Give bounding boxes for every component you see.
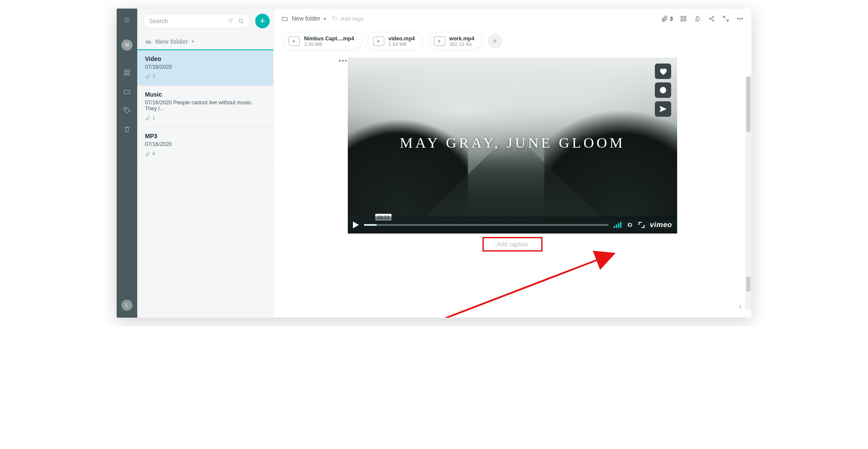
workspace-avatar[interactable]: N — [121, 39, 133, 51]
note-item-music[interactable]: Music 07/16/2020 People cannot live with… — [137, 86, 273, 127]
bell-icon[interactable] — [694, 15, 701, 22]
svg-rect-8 — [684, 16, 686, 18]
user-avatar[interactable]: L — [121, 300, 133, 311]
expand-icon[interactable] — [722, 15, 729, 22]
svg-point-4 — [125, 109, 126, 109]
svg-point-6 — [334, 17, 335, 18]
video-title-overlay: MAY GRAY, JUNE GLOOM — [348, 135, 677, 151]
attachment-chip[interactable]: video.mp41.04 MB — [368, 32, 423, 51]
more-icon[interactable] — [736, 15, 744, 22]
volume-control[interactable] — [614, 222, 621, 228]
svg-point-15 — [739, 18, 740, 19]
svg-point-13 — [712, 20, 714, 21]
attachment-chips: Nimbus Capt....mp43.26 MB video.mp41.04 … — [274, 28, 751, 55]
svg-point-11 — [709, 18, 711, 19]
svg-rect-1 — [128, 70, 130, 72]
topbar-actions: 3 — [661, 15, 744, 22]
paperclip-icon — [145, 115, 151, 121]
new-note-button[interactable]: + — [255, 14, 270, 28]
video-player[interactable]: MAY GRAY, JUNE GLOOM 03:13 vimeo — [348, 58, 677, 234]
svg-rect-10 — [684, 19, 686, 21]
folder-icon — [281, 15, 288, 22]
attachment-chip[interactable]: Nimbus Capt....mp43.26 MB — [283, 32, 362, 51]
scrollbar[interactable] — [745, 76, 751, 310]
folder-open-icon — [145, 38, 152, 45]
note-attachments: 4 — [145, 151, 265, 157]
video-file-icon — [373, 36, 384, 46]
add-caption-input[interactable]: Add caption — [482, 237, 542, 252]
svg-point-5 — [239, 19, 242, 22]
note-title: Video — [145, 55, 265, 62]
svg-line-18 — [411, 254, 612, 318]
search-input[interactable] — [143, 14, 250, 28]
watch-later-button[interactable] — [655, 82, 671, 98]
editor-canvas[interactable]: ••• MAY GRAY, JUNE GLOOM 03:13 — [274, 55, 751, 318]
settings-button[interactable] — [627, 221, 633, 228]
svg-rect-2 — [124, 73, 127, 76]
paperclip-icon — [661, 15, 668, 22]
tag-icon[interactable] — [123, 106, 131, 114]
video-file-icon — [434, 36, 445, 46]
like-button[interactable] — [655, 64, 671, 79]
hamburger-icon[interactable] — [123, 16, 131, 24]
note-list: Video 07/16/2020 3 Music 07/16/2020 Peop… — [137, 50, 273, 318]
svg-point-14 — [737, 18, 738, 19]
note-date: 07/16/2020 — [145, 64, 265, 70]
filter-icon[interactable] — [227, 18, 234, 24]
note-item-video[interactable]: Video 07/16/2020 3 — [137, 50, 273, 86]
search-icon[interactable] — [238, 18, 244, 24]
video-block: ••• MAY GRAY, JUNE GLOOM 03:13 — [348, 58, 677, 252]
vimeo-logo[interactable]: vimeo — [650, 221, 672, 229]
svg-rect-0 — [124, 70, 127, 72]
chevron-down-icon: ▾ — [324, 16, 326, 21]
note-item-mp3[interactable]: MP3 07/16/2020 4 — [137, 127, 273, 163]
svg-rect-3 — [128, 73, 130, 76]
folder-icon[interactable] — [123, 88, 131, 95]
video-overlay-actions — [655, 64, 671, 117]
block-menu-icon[interactable]: ••• — [338, 57, 348, 66]
search-field[interactable] — [149, 18, 224, 24]
annotation-arrow — [402, 246, 660, 318]
note-attachments: 1 — [145, 115, 265, 121]
app-window: N L + New folder ▾ Video 07/16/2020 — [117, 9, 751, 318]
tag-icon — [332, 15, 338, 21]
paperclip-icon — [145, 151, 151, 157]
trash-icon[interactable] — [123, 125, 131, 133]
scroll-to-top-button[interactable]: ↑ — [738, 303, 742, 311]
chevron-down-icon: ▾ — [192, 39, 194, 44]
folder-title: New folder — [155, 38, 188, 45]
share-icon[interactable] — [708, 15, 715, 22]
note-title: MP3 — [145, 133, 265, 140]
note-date: 07/16/2020 — [145, 141, 265, 147]
fullscreen-button[interactable] — [639, 222, 645, 228]
play-button[interactable] — [353, 221, 359, 228]
share-button[interactable] — [655, 101, 671, 117]
editor-panel: New folder ▾ Add tags 3 — [274, 9, 751, 318]
add-attachment-button[interactable]: + — [488, 34, 502, 49]
svg-rect-9 — [681, 19, 683, 21]
note-date: 07/16/2020 People cannot live without mu… — [145, 100, 265, 112]
add-tags-button[interactable]: Add tags — [332, 15, 363, 22]
editor-topbar: New folder ▾ Add tags 3 — [274, 9, 751, 28]
note-title: Music — [145, 91, 265, 98]
seek-bar[interactable] — [364, 224, 609, 226]
breadcrumb[interactable]: New folder ▾ — [281, 15, 326, 22]
video-controls: vimeo — [348, 216, 677, 234]
apps-icon[interactable] — [680, 15, 687, 22]
attachment-chip[interactable]: work.mp4382.13 Kb — [428, 32, 482, 51]
note-attachments: 3 — [145, 73, 265, 79]
paperclip-icon — [145, 74, 151, 79]
sidebar: + New folder ▾ Video 07/16/2020 3 Music … — [137, 9, 274, 318]
video-file-icon — [289, 36, 300, 46]
attachments-count[interactable]: 3 — [661, 15, 673, 22]
grid-icon[interactable] — [123, 69, 131, 76]
svg-point-12 — [712, 16, 714, 17]
nav-rail: N L — [117, 9, 137, 318]
svg-rect-7 — [681, 16, 683, 18]
folder-header[interactable]: New folder ▾ — [137, 33, 273, 50]
svg-point-16 — [741, 18, 742, 19]
